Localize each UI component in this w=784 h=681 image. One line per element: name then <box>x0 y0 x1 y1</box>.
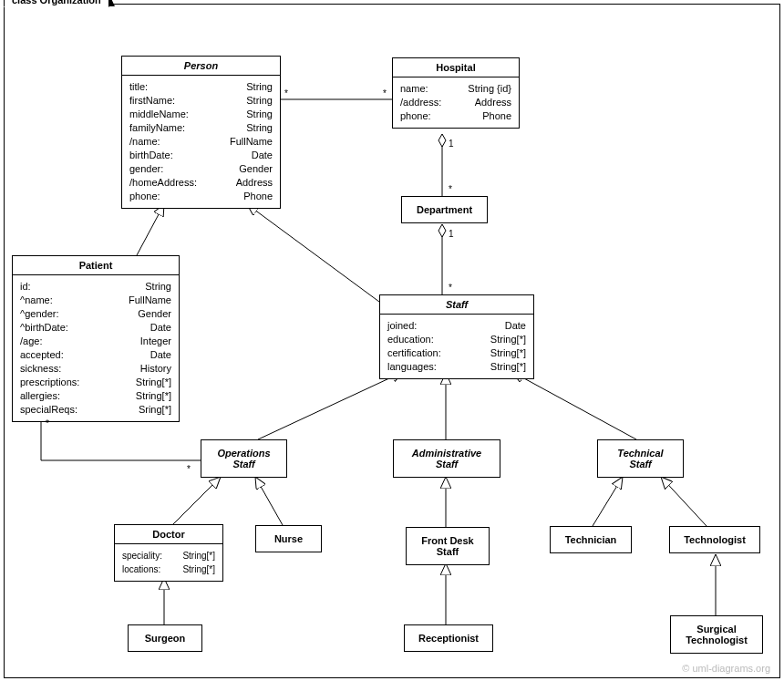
class-technician: Technician <box>550 526 632 553</box>
class-staff: Staff joined:Dateeducation:String[*]cert… <box>379 294 534 379</box>
attr-row: certification:String[*] <box>387 346 526 360</box>
mult: 1 <box>449 139 454 149</box>
class-technical-staff: Technical Staff <box>597 439 684 478</box>
class-attrs: title:StringfirstName:StringmiddleName:S… <box>122 76 280 208</box>
class-title: Staff <box>380 295 533 315</box>
attr-row: accepted:Date <box>20 348 171 362</box>
class-front-desk-staff: Front Desk Staff <box>406 527 490 565</box>
watermark: © uml-diagrams.org <box>682 663 770 674</box>
attr-row: prescriptions:String[*] <box>20 376 171 389</box>
attr-row: sickness:History <box>20 362 171 376</box>
package-frame: class Organization <box>4 4 780 678</box>
class-administrative-staff: Administrative Staff <box>393 439 500 478</box>
class-technologist: Technologist <box>669 526 760 553</box>
mult: 1 <box>449 229 454 239</box>
attr-row: phone:Phone <box>400 109 511 123</box>
mult: * <box>187 464 191 474</box>
attr-row: speciality:String[*] <box>122 549 215 562</box>
class-title: Patient <box>13 256 179 275</box>
class-title: Doctor <box>115 525 222 544</box>
class-operations-staff: Operations Staff <box>201 439 287 478</box>
class-patient: Patient id:String^name:FullName^gender:G… <box>12 255 180 422</box>
attr-row: education:String[*] <box>387 333 526 346</box>
svg-line-8 <box>173 477 221 524</box>
svg-line-9 <box>255 477 283 525</box>
class-person: Person title:StringfirstName:Stringmiddl… <box>121 56 281 209</box>
class-department: Department <box>401 196 488 223</box>
class-attrs: joined:Dateeducation:String[*]certificat… <box>380 315 533 378</box>
attr-row: firstName:String <box>129 94 273 108</box>
attr-row: familyName:String <box>129 121 273 135</box>
mult: * <box>449 283 452 293</box>
attr-row: /address:Address <box>400 96 511 109</box>
attr-row: id:String <box>20 280 171 294</box>
svg-line-5 <box>258 372 403 439</box>
class-title: Person <box>122 57 280 76</box>
attr-row: phone:Phone <box>129 190 273 203</box>
class-nurse: Nurse <box>255 525 322 552</box>
class-surgical-technologist: Surgical Technologist <box>670 615 763 654</box>
svg-line-3 <box>137 204 164 255</box>
frame-title: class Organization <box>4 0 109 7</box>
attr-row: ^birthDate:Date <box>20 321 171 335</box>
attr-row: /name:FullName <box>129 135 273 149</box>
svg-line-4 <box>247 204 379 302</box>
class-hospital: Hospital name:String {id}/address:Addres… <box>392 57 520 129</box>
attr-row: birthDate:Date <box>129 149 273 162</box>
attr-row: locations:String[*] <box>122 562 215 576</box>
attr-row: gender:Gender <box>129 162 273 176</box>
svg-line-11 <box>593 477 623 526</box>
attr-row: name:String {id} <box>400 82 511 96</box>
class-title: Hospital <box>393 58 519 77</box>
attr-row: /age:Integer <box>20 335 171 348</box>
attr-row: ^name:FullName <box>20 294 171 307</box>
mult: * <box>449 184 452 194</box>
class-surgeon: Surgeon <box>128 624 202 652</box>
attr-row: title:String <box>129 80 273 94</box>
attr-row: /homeAddress:Address <box>129 176 273 190</box>
class-receptionist: Receptionist <box>404 624 493 652</box>
class-attrs: id:String^name:FullName^gender:Gender^bi… <box>13 275 179 421</box>
attr-row: middleName:String <box>129 108 273 121</box>
mult: * <box>383 88 387 98</box>
attr-row: joined:Date <box>387 319 526 333</box>
svg-line-12 <box>661 477 707 526</box>
class-attrs: name:String {id}/address:Addressphone:Ph… <box>393 77 519 128</box>
mult: * <box>284 88 288 98</box>
svg-line-7 <box>512 372 636 439</box>
attr-row: specialReqs:Sring[*] <box>20 403 171 417</box>
class-doctor: Doctor speciality:String[*]locations:Str… <box>114 524 223 582</box>
mult: * <box>46 418 49 428</box>
attr-row: languages:String[*] <box>387 360 526 374</box>
class-attrs: speciality:String[*]locations:String[*] <box>115 544 222 581</box>
attr-row: ^gender:Gender <box>20 307 171 321</box>
attr-row: allergies:String[*] <box>20 389 171 403</box>
